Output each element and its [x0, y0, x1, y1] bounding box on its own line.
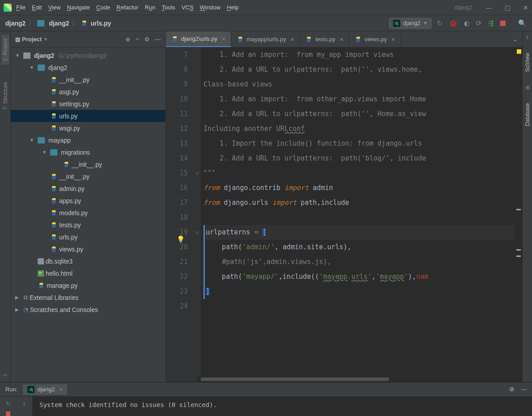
- hide-icon[interactable]: —: [521, 386, 527, 393]
- hide-button[interactable]: —: [155, 36, 161, 43]
- tree-item-views-py[interactable]: views.py: [11, 243, 165, 255]
- close-tab-icon[interactable]: ×: [340, 36, 343, 43]
- expand-arrow-icon[interactable]: ▶: [15, 295, 22, 300]
- settings-icon[interactable]: ⚙: [509, 386, 515, 393]
- tree-item-manage-py[interactable]: manage.py: [11, 279, 165, 291]
- tree-item-hello-html[interactable]: hello.html: [11, 267, 165, 279]
- tool-window-button[interactable]: ⦀: [526, 34, 528, 40]
- crumb-sep-icon: 〉: [28, 19, 35, 27]
- tree-root-name: djang2: [34, 52, 54, 59]
- run-button[interactable]: ↻: [437, 19, 443, 27]
- editor-tab[interactable]: tests.py×: [300, 31, 349, 47]
- tool-window-project[interactable]: 1: Project: [1, 35, 9, 65]
- menu-view[interactable]: View: [48, 4, 61, 11]
- tree-arrow[interactable]: ▼: [30, 65, 36, 70]
- tree-item-models-py[interactable]: models.py: [11, 207, 165, 219]
- tree-item-tests-py[interactable]: tests.py: [11, 219, 165, 231]
- run-coverage-button[interactable]: ◐: [464, 19, 470, 27]
- tree-scratches[interactable]: ▶ ◔ Scratches and Consoles: [11, 303, 165, 316]
- editor-tab[interactable]: djang2\urls.py×: [166, 31, 231, 47]
- stop-button[interactable]: [500, 21, 506, 26]
- minimize-button[interactable]: —: [486, 4, 492, 11]
- tree-item-wsgi-py[interactable]: wsgi.py: [11, 122, 165, 134]
- crumb-root[interactable]: djang2: [5, 20, 26, 27]
- debug-button[interactable]: 🐞: [449, 19, 458, 27]
- tree-item-djang2[interactable]: ▼djang2: [11, 61, 165, 74]
- project-tree: ▼ djang2 G:\python\djang2 ▼djang2__init_…: [11, 48, 165, 382]
- menu-code[interactable]: Code: [96, 4, 110, 11]
- code-content[interactable]: 1. Add an import: from my_app import vie…: [201, 48, 522, 382]
- tree-item-apps-py[interactable]: apps.py: [11, 195, 165, 207]
- tree-item-mayapp[interactable]: ▼mayapp: [11, 134, 165, 146]
- tree-item-asgi-py[interactable]: asgi.py: [11, 86, 165, 98]
- stop-button[interactable]: [6, 412, 10, 416]
- intention-bulb-icon[interactable]: 💡: [177, 232, 185, 247]
- run-configuration-selector[interactable]: dj djang2 ▼: [389, 18, 432, 29]
- tool-window-button[interactable]: ▫▫: [3, 372, 7, 378]
- expand-arrow-icon[interactable]: ▼: [15, 53, 22, 58]
- editor-tab[interactable]: mayapp\urls.py×: [231, 31, 300, 47]
- menu-run[interactable]: Run: [145, 4, 156, 11]
- settings-button[interactable]: ⚙: [144, 36, 150, 43]
- sidebar-title[interactable]: ▤ Project ▼: [15, 36, 122, 43]
- tree-item---init---py[interactable]: __init__.py: [11, 170, 165, 182]
- python-file-icon: [50, 234, 57, 241]
- profile-button[interactable]: ⟳: [476, 19, 482, 27]
- right-tool-strip: ⦀ SciView ≣ Database: [522, 31, 532, 382]
- console-output[interactable]: System check identified no issues (0 sil…: [32, 397, 532, 416]
- menu-refactor[interactable]: Refactor: [117, 4, 138, 11]
- code-editor[interactable]: 789101112131415161718192021222324 ⊟··⊟ 1…: [166, 48, 522, 382]
- up-icon[interactable]: ↑: [23, 400, 26, 407]
- menu-window[interactable]: Window: [200, 4, 221, 11]
- expand-arrow-icon[interactable]: ▶: [15, 307, 22, 312]
- tree-item---init---py[interactable]: __init__.py: [11, 74, 165, 86]
- tree-arrow[interactable]: ▼: [42, 150, 48, 155]
- scrollbar-thumb[interactable]: [201, 377, 389, 381]
- editor-tab[interactable]: views.py×: [349, 31, 401, 47]
- tree-arrow[interactable]: ▼: [30, 138, 36, 143]
- maximize-button[interactable]: ▢: [505, 4, 510, 11]
- search-everywhere-button[interactable]: 🔍: [518, 19, 527, 27]
- tree-item-settings-py[interactable]: settings.py: [11, 98, 165, 110]
- scroll-mark: [516, 256, 521, 257]
- package-icon: [50, 149, 57, 156]
- close-icon[interactable]: ×: [60, 386, 63, 393]
- crumb-folder[interactable]: djang2: [49, 20, 69, 27]
- tree-item-admin-py[interactable]: admin.py: [11, 182, 165, 195]
- crumb-file[interactable]: urls.py: [91, 20, 111, 27]
- tree-item-urls-py[interactable]: urls.py: [11, 231, 165, 243]
- run-panel-tab[interactable]: dj djang2 ×: [23, 384, 67, 395]
- menu-vcs[interactable]: VCS: [182, 4, 194, 11]
- tool-window-database[interactable]: Database: [523, 100, 532, 130]
- rerun-button[interactable]: ↻: [6, 400, 11, 407]
- tree-label: migrations: [61, 149, 90, 156]
- menu-edit[interactable]: Edit: [32, 4, 42, 11]
- horizontal-scrollbar[interactable]: [197, 377, 513, 382]
- tree-root[interactable]: ▼ djang2 G:\python\djang2: [11, 49, 165, 61]
- project-sidebar: ▤ Project ▼ ⊕ ÷ ⚙ — ▼ djang2 G:\python\d…: [11, 31, 166, 382]
- menu-help[interactable]: Help: [227, 4, 239, 11]
- editor-scrollbar[interactable]: [515, 48, 522, 382]
- tree-external-libraries[interactable]: ▶ ⦀⦀ External Libraries: [11, 291, 165, 303]
- close-button[interactable]: ✕: [523, 4, 528, 11]
- collapse-all-button[interactable]: ÷: [136, 36, 139, 43]
- menu-file[interactable]: File: [16, 4, 26, 11]
- menu-tools[interactable]: Tools: [162, 4, 175, 11]
- tree-label: urls.py: [59, 234, 78, 241]
- menu-navigate[interactable]: Navigate: [67, 4, 90, 11]
- close-tab-icon[interactable]: ×: [222, 35, 225, 43]
- title-bar: File Edit View Navigate Code Refactor Ru…: [0, 0, 532, 15]
- tab-overflow-button[interactable]: ⌄: [508, 31, 522, 47]
- tree-item---init---py[interactable]: __init__.py: [11, 158, 165, 170]
- run-targets-button[interactable]: ⇶: [488, 19, 494, 27]
- close-tab-icon[interactable]: ×: [290, 36, 294, 43]
- select-opened-file-button[interactable]: ⊕: [125, 36, 130, 43]
- tool-window-structure[interactable]: 7: Structure: [1, 78, 9, 113]
- close-tab-icon[interactable]: ×: [391, 36, 395, 43]
- tree-label: djang2: [48, 64, 67, 71]
- tree-item-urls-py[interactable]: urls.py: [11, 110, 165, 122]
- tool-window-sciview[interactable]: SciView: [523, 49, 532, 75]
- tree-item-db-sqlite3[interactable]: db.sqlite3: [11, 255, 165, 267]
- tree-label: __init__.py: [59, 173, 90, 180]
- tree-item-migrations[interactable]: ▼migrations: [11, 146, 165, 158]
